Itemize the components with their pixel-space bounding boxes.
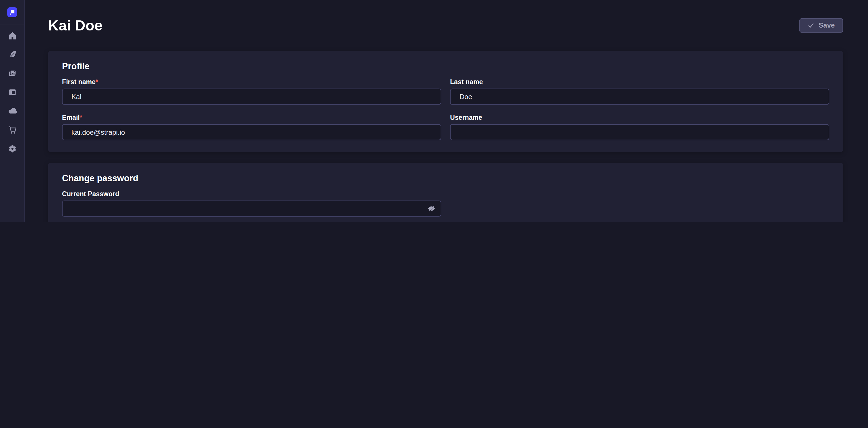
strapi-logo-icon bbox=[7, 7, 17, 17]
sidebar: KD bbox=[0, 0, 25, 222]
images-icon bbox=[7, 68, 17, 78]
first-name-label: First name* bbox=[62, 79, 441, 86]
profile-heading: Profile bbox=[62, 61, 829, 72]
change-password-heading: Change password bbox=[62, 173, 829, 183]
sidebar-item-cloud[interactable] bbox=[4, 103, 20, 119]
save-button[interactable]: Save bbox=[799, 19, 843, 33]
eye-off-icon bbox=[427, 204, 435, 213]
last-name-field-group: Last name bbox=[450, 79, 829, 105]
sidebar-nav bbox=[0, 24, 24, 156]
username-input[interactable] bbox=[450, 124, 829, 140]
current-password-input[interactable] bbox=[62, 200, 441, 217]
email-input[interactable] bbox=[62, 124, 441, 140]
first-name-input[interactable] bbox=[62, 89, 441, 105]
last-name-input[interactable] bbox=[450, 89, 829, 105]
required-asterisk: * bbox=[80, 113, 82, 121]
page-header: Kai Doe Save bbox=[24, 0, 868, 34]
sidebar-item-marketplace[interactable] bbox=[4, 122, 20, 137]
save-button-label: Save bbox=[818, 22, 835, 29]
last-name-label: Last name bbox=[450, 79, 829, 86]
profile-card: Profile First name* Last name bbox=[48, 51, 843, 152]
sidebar-item-media-library[interactable] bbox=[4, 65, 20, 81]
email-label: Email* bbox=[62, 114, 441, 121]
main-area: Kai Doe Save Profile First name* bbox=[24, 0, 868, 222]
content: Profile First name* Last name bbox=[24, 51, 868, 222]
home-icon bbox=[7, 31, 17, 40]
toggle-current-password-visibility-button[interactable] bbox=[422, 201, 441, 216]
cloud-icon bbox=[7, 106, 17, 116]
sidebar-item-content-manager[interactable] bbox=[4, 47, 20, 62]
workspace-logo-button[interactable] bbox=[0, 0, 24, 24]
cart-icon bbox=[7, 125, 17, 135]
strapi-admin-app: KD Kai Doe Save Profile First na bbox=[0, 0, 868, 222]
sidebar-item-content-type-builder[interactable] bbox=[4, 84, 20, 100]
page-title: Kai Doe bbox=[48, 17, 102, 34]
check-icon bbox=[807, 22, 814, 29]
first-name-field-group: First name* bbox=[62, 79, 441, 105]
required-asterisk: * bbox=[96, 78, 98, 86]
username-field-group: Username bbox=[450, 114, 829, 140]
sidebar-item-settings[interactable] bbox=[4, 141, 20, 156]
gear-icon bbox=[7, 144, 17, 153]
current-password-label: Current Password bbox=[62, 191, 441, 198]
feather-icon bbox=[7, 50, 17, 59]
sidebar-item-home[interactable] bbox=[4, 28, 20, 43]
email-field-group: Email* bbox=[62, 114, 441, 140]
change-password-card: Change password Current Password bbox=[48, 163, 843, 222]
grid-spacer bbox=[450, 191, 829, 217]
username-label: Username bbox=[450, 114, 829, 121]
layout-icon bbox=[7, 87, 17, 97]
current-password-field-group: Current Password bbox=[62, 191, 441, 217]
